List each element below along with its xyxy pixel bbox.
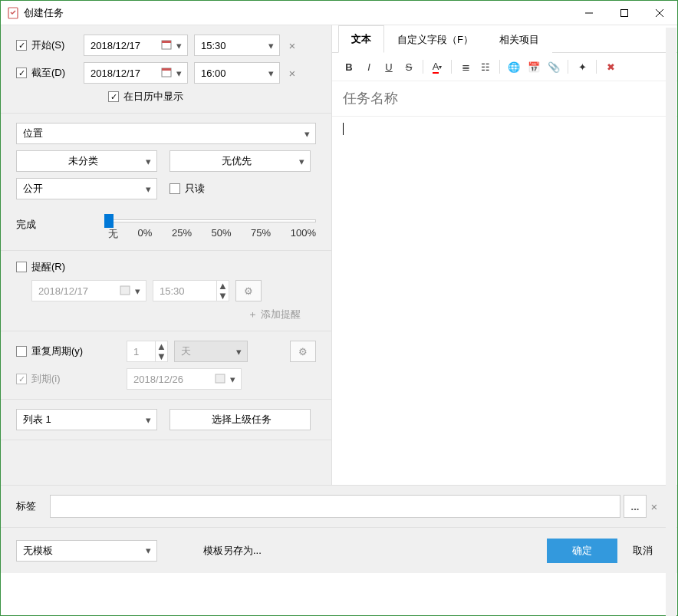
minimize-button[interactable]	[571, 1, 607, 25]
strikethrough-button[interactable]: S	[400, 58, 418, 76]
tab-related[interactable]: 相关项目	[486, 26, 552, 53]
category-combo[interactable]: 未分类▾	[16, 150, 157, 172]
show-in-calendar-label: 在日历中显示	[123, 90, 183, 104]
svg-rect-6	[162, 41, 171, 43]
underline-button[interactable]: U	[380, 58, 398, 76]
progress-slider[interactable]	[108, 219, 316, 222]
chevron-down-icon[interactable]: ▾	[265, 68, 276, 79]
chevron-down-icon[interactable]: ▾	[265, 40, 276, 51]
tags-input[interactable]	[50, 495, 620, 518]
recurrence-count-input[interactable]: 1 ▲▼	[127, 341, 168, 362]
location-combo[interactable]: 位置▾	[16, 123, 316, 144]
attachment-button[interactable]: 📎	[545, 58, 563, 76]
font-color-button[interactable]: A ▾	[428, 58, 446, 76]
reminder-settings-button[interactable]: ⚙	[235, 280, 262, 301]
reminder-time-input[interactable]: 15:30 ▲▼	[153, 280, 229, 301]
clear-start-button[interactable]: ×	[285, 38, 300, 53]
list-combo[interactable]: 列表 1▾	[16, 409, 157, 430]
calendar-icon[interactable]	[120, 285, 132, 297]
reminder-date-input[interactable]: 2018/12/17 ▾	[31, 280, 146, 301]
title-bar: 创建任务	[1, 1, 677, 25]
gear-icon: ⚙	[244, 285, 253, 297]
select-parent-task-button[interactable]: 选择上级任务	[170, 409, 311, 430]
slider-thumb[interactable]	[104, 214, 114, 228]
svg-rect-10	[216, 374, 225, 383]
recurrence-until-date-input[interactable]: 2018/12/26 ▾	[127, 368, 242, 390]
reminder-label: 提醒(R)	[31, 260, 65, 274]
calendar-icon[interactable]	[215, 373, 227, 385]
chevron-down-icon[interactable]: ▾	[132, 285, 143, 297]
readonly-checkbox[interactable]	[170, 183, 180, 194]
chevron-down-icon[interactable]: ▾	[143, 545, 153, 556]
window-title: 创建任务	[24, 6, 571, 20]
progress-ticks: 无 0% 25% 50% 75% 100%	[108, 227, 316, 241]
eraser-icon: ✖	[607, 61, 615, 73]
chevron-down-icon[interactable]: ▾	[143, 414, 153, 426]
tab-text[interactable]: 文本	[338, 25, 384, 53]
start-label: 开始(S)	[31, 38, 74, 52]
due-date-input[interactable]: 2018/12/17 ▾	[84, 62, 188, 84]
maximize-button[interactable]	[607, 1, 642, 25]
tags-more-button[interactable]: ...	[624, 495, 647, 518]
chevron-down-icon[interactable]: ▾	[227, 374, 238, 385]
editor-scrollbar[interactable]	[666, 28, 676, 616]
chevron-down-icon[interactable]: ▾	[143, 183, 153, 195]
due-checkbox[interactable]	[16, 68, 27, 78]
insert-date-button[interactable]: 📅	[525, 58, 543, 76]
task-title-input[interactable]	[332, 81, 677, 116]
start-time-input[interactable]: 15:30▾	[194, 35, 280, 56]
chevron-down-icon[interactable]: ▾	[173, 68, 184, 79]
chevron-down-icon[interactable]: ▾	[173, 40, 184, 51]
chevron-down-icon[interactable]: ▾	[301, 128, 312, 140]
right-panel: 文本 自定义字段（F） 相关项目 B I U S A ▾ ≣ ☷ 🌐 📅 📎 ✦…	[332, 25, 677, 485]
recurrence-unit-combo[interactable]: 天▾	[174, 341, 248, 362]
insert-link-button[interactable]: 🌐	[505, 58, 523, 76]
numbered-list-icon: ☷	[481, 61, 490, 73]
numbered-list-button[interactable]: ☷	[476, 58, 495, 76]
clear-tags-button[interactable]: ×	[647, 499, 662, 514]
reminder-checkbox[interactable]	[16, 262, 27, 272]
editor-toolbar: B I U S A ▾ ≣ ☷ 🌐 📅 📎 ✦ ✖	[332, 53, 677, 81]
close-button[interactable]	[642, 1, 677, 25]
template-combo[interactable]: 无模板▾	[16, 540, 157, 562]
gear-icon: ⚙	[298, 346, 308, 357]
bold-button[interactable]: B	[340, 58, 358, 76]
save-template-as-button[interactable]: 模板另存为...	[203, 544, 262, 558]
bullet-list-icon: ≣	[462, 61, 470, 73]
recurrence-checkbox[interactable]	[16, 346, 27, 357]
progress-label: 完成	[16, 213, 108, 232]
left-panel: 开始(S) 2018/12/17 ▾ 15:30▾ × 截至(D) 2018/1…	[1, 25, 332, 485]
clear-formatting-button[interactable]: ✖	[601, 58, 620, 76]
add-reminder-button[interactable]: ＋ 添加提醒	[248, 308, 301, 320]
clear-due-button[interactable]: ×	[285, 65, 300, 81]
svg-rect-8	[162, 68, 171, 71]
task-body-editor[interactable]	[332, 116, 677, 485]
recurrence-settings-button[interactable]: ⚙	[290, 341, 316, 362]
start-checkbox[interactable]	[16, 40, 27, 51]
tags-label: 标签	[16, 499, 50, 513]
date-icon: 📅	[528, 61, 540, 73]
cancel-button[interactable]: 取消	[624, 538, 662, 564]
priority-combo[interactable]: 无优先▾	[170, 150, 311, 172]
ok-button[interactable]: 确定	[547, 539, 617, 563]
due-label: 截至(D)	[31, 66, 74, 80]
calendar-icon[interactable]	[161, 39, 173, 51]
visibility-combo[interactable]: 公开▾	[16, 178, 157, 199]
paperclip-icon: 📎	[548, 61, 560, 73]
recurrence-until-checkbox[interactable]	[16, 374, 27, 384]
bullet-list-button[interactable]: ≣	[456, 58, 475, 76]
insert-item-button[interactable]: ✦	[573, 58, 591, 76]
editor-tabs: 文本 自定义字段（F） 相关项目	[332, 25, 677, 53]
app-icon	[7, 7, 19, 19]
tab-custom-fields[interactable]: 自定义字段（F）	[384, 26, 486, 53]
calendar-icon[interactable]	[161, 67, 173, 79]
start-date-input[interactable]: 2018/12/17 ▾	[84, 35, 188, 56]
item-icon: ✦	[578, 61, 587, 73]
italic-button[interactable]: I	[360, 58, 378, 76]
chevron-down-icon[interactable]: ▾	[143, 156, 153, 167]
chevron-down-icon[interactable]: ▾	[296, 156, 307, 167]
recurrence-until-label: 到期(i)	[31, 372, 105, 386]
show-in-calendar-checkbox[interactable]	[108, 91, 119, 102]
chevron-down-icon[interactable]: ▾	[233, 346, 244, 357]
due-time-input[interactable]: 16:00▾	[194, 62, 280, 84]
